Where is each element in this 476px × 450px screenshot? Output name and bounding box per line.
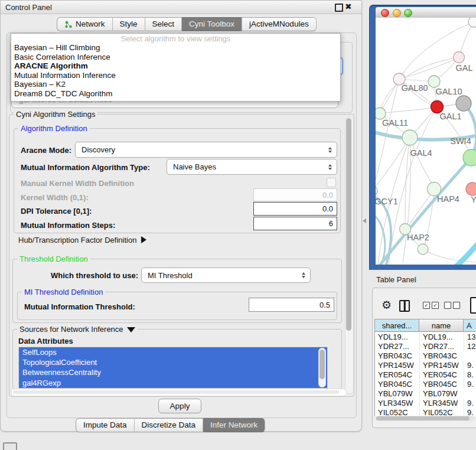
table-horizontal-scrollbar[interactable] [376,416,475,421]
attribute-item-selected[interactable]: TopologicalCoefficient [19,357,327,367]
table-cell: YER054C [375,370,419,379]
algorithm-option[interactable]: Bayesian – K2 [11,80,340,89]
scrollbar-thumb[interactable] [376,416,470,420]
mi-threshold-legend: MI Threshold Definition [22,288,105,296]
algorithm-option[interactable]: Bayesian – Hill Climbing [11,43,340,53]
tab-label: Infer Network [210,419,257,432]
manual-kernel-width-checkbox[interactable] [327,178,336,187]
unchecked-box-icon [453,302,460,309]
control-panel-tabs: Network Style Select Cyni Toolbox jActiv… [57,17,317,30]
minimized-panel-icon[interactable] [3,442,17,450]
scrollbar-thumb[interactable] [319,350,325,379]
gear-icon[interactable]: ⚙ [382,298,392,311]
settings-horizontal-scrollbar[interactable] [11,389,347,396]
node-table[interactable]: shared... name A YDL19...YDL19...13YDR27… [374,319,476,416]
table-row[interactable]: YER054CYER054C8. [375,370,476,380]
dpi-tolerance-input[interactable]: 0.0 [253,202,337,216]
network-node-gal10[interactable] [428,76,440,87]
tab-cyni-toolbox[interactable]: Cyni Toolbox [182,17,242,31]
tab-network[interactable]: Network [57,17,113,31]
zoom-traffic-light[interactable] [404,9,412,17]
sources-legend[interactable]: Sources for Network Inference [17,325,138,334]
network-node-y[interactable] [466,182,476,195]
columns-icon[interactable] [399,300,410,312]
which-threshold-value: MI Threshold [148,271,193,280]
mi-algorithm-type-value: Naive Bayes [173,162,216,171]
table-row[interactable]: YBL079WYBL079W [375,389,476,398]
mi-algorithm-type-label: Mutual Information Algorithm Type: [21,163,150,172]
show-all-columns-icon[interactable]: ✓ ✓ [423,302,439,309]
mi-algorithm-type-combo[interactable]: Naive Bayes [167,159,337,175]
table-row[interactable]: YPR145WYPR145W9. [375,361,476,370]
table-row[interactable]: YLR345WYLR345W9. [375,398,476,407]
algorithm-option[interactable]: Basic Correlation Inference [11,53,340,62]
network-node[interactable] [468,18,476,27]
column-header-name[interactable]: name [419,319,464,332]
algorithm-option[interactable]: ARACNE Algorithm [11,61,340,71]
kernel-width-input[interactable]: 0.0 [253,188,337,201]
attribute-item-selected[interactable]: BetweennessCentrality [19,367,327,377]
aracne-mode-combo[interactable]: Discovery [75,142,337,158]
network-node[interactable] [418,244,428,255]
tab-label: Cyni Toolbox [189,18,234,31]
column-header-shared-name[interactable]: shared... [375,319,419,332]
document-icon[interactable] [470,297,476,314]
network-node-swi4[interactable] [463,149,476,166]
node-label: SWI4 [450,136,471,146]
network-node-gal4[interactable] [402,130,418,145]
close-icon[interactable]: ✖ [345,2,352,11]
hub-transcription-section[interactable]: Hub/Transcription Factor Definition [18,236,146,244]
node-label: Y [471,195,476,204]
network-canvas[interactable]: GALGAL80GAL10GAL1GAL11GAL4SWI4GCY1HAP4YH… [376,18,476,265]
algorithm-option[interactable]: Dream8 DC_TDC Algorithm [11,89,340,99]
scrollbar-thumb[interactable] [13,390,339,394]
tab-infer-network[interactable]: Infer Network [203,418,265,432]
tab-jactivemnodules[interactable]: jActiveMNodules [242,17,317,31]
table-row[interactable]: YDR27...YDR27...12 [375,342,476,351]
cyni-settings-legend: Cyni Algorithm Settings [14,110,97,119]
collapsed-arrow-icon[interactable] [141,236,146,243]
attribute-item-selected[interactable]: SelfLoops [19,347,327,357]
tab-style[interactable]: Style [113,17,145,31]
float-window-icon[interactable] [335,4,343,12]
network-window-titlebar[interactable] [376,7,476,18]
tab-discretize-data[interactable]: Discretize Data [135,418,204,432]
settings-vertical-scrollbar[interactable] [345,116,354,394]
tab-select[interactable]: Select [145,17,182,31]
table-row[interactable]: YBR045CYBR045C9. [375,379,476,389]
control-panel-titlebar: Control Panel ✖ [1,1,361,14]
table-cell: YDL19... [375,332,419,341]
network-node-gal11[interactable] [376,107,386,119]
mi-threshold-input[interactable]: 0.5 [249,298,334,312]
table-row[interactable]: YBR043CYBR043C [375,351,476,361]
mi-steps-input[interactable]: 6 [253,217,337,230]
table-cell: YBL079W [419,389,464,398]
checked-box-icon: ✓ [423,302,430,309]
network-node[interactable] [456,96,471,111]
table-row[interactable]: YIL052CYIL052C9. [375,407,476,416]
table-cell: 9. [464,408,476,416]
hide-all-columns-icon[interactable] [444,302,460,309]
which-threshold-label: Which threshold to use: [51,271,138,280]
data-attributes-list[interactable]: SelfLoopsTopologicalCoefficientBetweenne… [18,347,328,389]
algorithm-option[interactable]: Mutual Information Inference [11,71,340,80]
column-header-partial[interactable]: A [464,319,476,332]
manual-kernel-width-label: Manual Kernel Width Definition [21,179,134,188]
attributes-scrollbar[interactable] [318,348,326,387]
scrollbar-thumb[interactable] [346,118,351,331]
network-node-gcy1[interactable] [376,185,377,196]
minimize-traffic-light[interactable] [393,9,401,17]
which-threshold-combo[interactable]: MI Threshold [141,268,311,283]
expanded-arrow-icon[interactable] [127,327,135,332]
network-node-gal[interactable] [454,52,465,63]
tab-label: Network [76,18,105,31]
tab-impute-data[interactable]: Impute Data [76,418,135,432]
attribute-item-selected[interactable]: gal4RGexp [19,378,327,388]
mi-steps-label: Mutual Information Steps: [21,221,115,230]
table-row[interactable]: YDL19...YDL19...13 [375,332,476,342]
node-label: GAL80 [401,83,428,93]
apply-button[interactable]: Apply [158,399,201,413]
panel-splitter-handle[interactable] [363,219,366,223]
table-cell: YIL052C [419,408,464,416]
close-traffic-light[interactable] [381,9,389,17]
